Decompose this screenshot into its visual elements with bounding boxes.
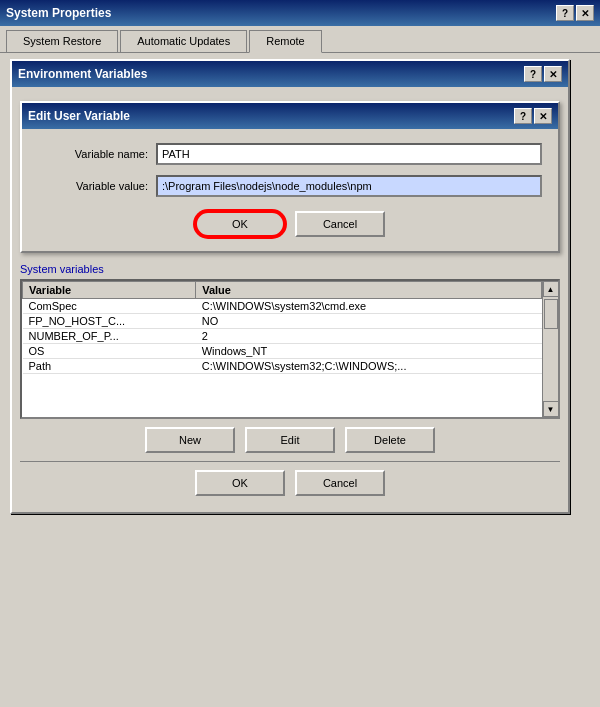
tab-system-restore[interactable]: System Restore [6,30,118,52]
variable-name-row: Variable name: [38,143,542,165]
var-value: NO [196,314,542,329]
title-bar: System Properties ? ✕ [0,0,600,26]
system-variables-scroll-area[interactable]: Variable Value ComSpec C:\WINDOWS\system… [22,281,542,417]
variable-value-input[interactable] [156,175,542,197]
edit-dialog-help-button[interactable]: ? [514,108,532,124]
scroll-down-arrow[interactable]: ▼ [543,401,559,417]
env-dialog-titlebar-buttons: ? ✕ [524,66,562,82]
var-name: NUMBER_OF_P... [23,329,196,344]
table-row[interactable]: ComSpec C:\WINDOWS\system32\cmd.exe [23,299,542,314]
env-dialog-close-button[interactable]: ✕ [544,66,562,82]
edit-cancel-button[interactable]: Cancel [295,211,385,237]
var-value: C:\WINDOWS\system32\cmd.exe [196,299,542,314]
scroll-up-arrow[interactable]: ▲ [543,281,559,297]
table-row[interactable]: FP_NO_HOST_C... NO [23,314,542,329]
var-name: OS [23,344,196,359]
window-title: System Properties [6,6,111,20]
system-variables-label: System variables [20,263,560,275]
var-value: Windows_NT [196,344,542,359]
edit-dialog-titlebar: Edit User Variable ? ✕ [22,103,558,129]
scrollbar[interactable]: ▲ ▼ [542,281,558,417]
variable-value-row: Variable value: [38,175,542,197]
edit-dialog-close-button[interactable]: ✕ [534,108,552,124]
col-variable: Variable [23,282,196,299]
system-variables-section: System variables Variable Value [20,263,560,453]
edit-dialog-title: Edit User Variable [28,109,130,123]
system-var-buttons: New Edit Delete [20,427,560,453]
edit-dialog-titlebar-buttons: ? ✕ [514,108,552,124]
scroll-thumb[interactable] [544,299,558,329]
table-row[interactable]: Path C:\WINDOWS\system32;C:\WINDOWS;... [23,359,542,374]
variable-name-label: Variable name: [38,148,148,160]
tab-remote[interactable]: Remote [249,30,322,53]
var-name: FP_NO_HOST_C... [23,314,196,329]
env-dialog-title: Environment Variables [18,67,147,81]
table-row[interactable]: OS Windows_NT [23,344,542,359]
env-dialog-content: Edit User Variable ? ✕ Variable name: [12,87,568,512]
edit-dialog-content: Variable name: Variable value: OK Cancel [22,129,558,251]
var-value: C:\WINDOWS\system32;C:\WINDOWS;... [196,359,542,374]
var-name: Path [23,359,196,374]
env-cancel-button[interactable]: Cancel [295,470,385,496]
tab-automatic-updates[interactable]: Automatic Updates [120,30,247,52]
var-value: 2 [196,329,542,344]
var-name: ComSpec [23,299,196,314]
main-content: Environment Variables ? ✕ Edit User Vari… [0,53,600,699]
env-dialog-titlebar: Environment Variables ? ✕ [12,61,568,87]
tabs-bar: System Restore Automatic Updates Remote [0,26,600,53]
env-variables-dialog: Environment Variables ? ✕ Edit User Vari… [10,59,570,514]
env-dialog-help-button[interactable]: ? [524,66,542,82]
system-variables-table-wrapper: Variable Value ComSpec C:\WINDOWS\system… [20,279,560,419]
variable-name-input[interactable] [156,143,542,165]
system-properties-window: System Properties ? ✕ System Restore Aut… [0,0,600,699]
title-bar-buttons: ? ✕ [556,5,594,21]
col-value: Value [196,282,542,299]
env-dialog-bottom-buttons: OK Cancel [20,461,560,504]
variable-value-label: Variable value: [38,180,148,192]
table-header-row: Variable Value [23,282,542,299]
sys-edit-button[interactable]: Edit [245,427,335,453]
help-button[interactable]: ? [556,5,574,21]
env-ok-button[interactable]: OK [195,470,285,496]
sys-new-button[interactable]: New [145,427,235,453]
sys-delete-button[interactable]: Delete [345,427,435,453]
edit-dialog-buttons: OK Cancel [38,211,542,237]
system-variables-table: Variable Value ComSpec C:\WINDOWS\system… [22,281,542,374]
close-button[interactable]: ✕ [576,5,594,21]
edit-user-variable-dialog: Edit User Variable ? ✕ Variable name: [20,101,560,253]
edit-ok-button[interactable]: OK [195,211,285,237]
table-row[interactable]: NUMBER_OF_P... 2 [23,329,542,344]
